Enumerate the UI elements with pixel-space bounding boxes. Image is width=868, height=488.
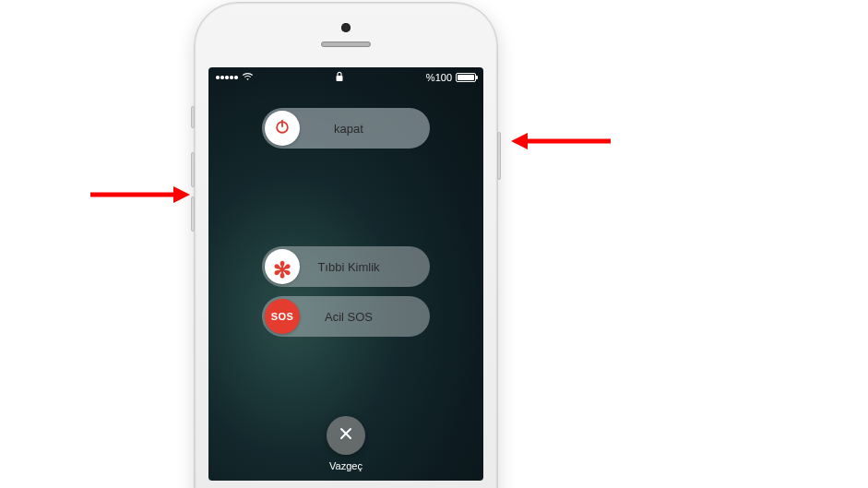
volume-up-button[interactable] <box>191 152 195 187</box>
lock-icon <box>335 73 344 84</box>
power-icon <box>274 118 291 138</box>
cancel-area: Vazgeç <box>208 416 483 471</box>
svg-marker-3 <box>173 186 190 203</box>
front-camera <box>341 23 351 32</box>
iphone-device-frame: %100 kapat ✻ Tıbbi Kimlik <box>194 2 498 488</box>
volume-down-button[interactable] <box>191 196 195 232</box>
svg-rect-4 <box>337 76 343 81</box>
slide-medical-id[interactable]: ✻ Tıbbi Kimlik <box>262 246 430 287</box>
screen: %100 kapat ✻ Tıbbi Kimlik <box>208 67 483 481</box>
status-bar: %100 <box>208 67 483 88</box>
power-off-knob[interactable] <box>265 111 300 146</box>
battery-percentage: %100 <box>426 72 452 83</box>
sos-label: Acil SOS <box>303 310 430 324</box>
battery-icon <box>456 73 476 82</box>
side-power-button[interactable] <box>497 132 501 180</box>
cellular-signal-icon <box>216 76 238 79</box>
arrow-to-volume-button <box>89 183 190 207</box>
cancel-label: Vazgeç <box>208 460 483 471</box>
arrow-to-power-button <box>511 129 612 153</box>
slide-to-power-off[interactable]: kapat <box>262 108 430 149</box>
slide-emergency-sos[interactable]: SOS Acil SOS <box>262 296 430 337</box>
earpiece-speaker <box>321 42 371 47</box>
medical-id-label: Tıbbi Kimlik <box>303 260 430 274</box>
medical-id-knob[interactable]: ✻ <box>265 249 300 284</box>
medical-asterisk-icon: ✻ <box>273 259 291 281</box>
svg-marker-1 <box>511 133 528 149</box>
wifi-icon <box>242 72 254 83</box>
mute-switch[interactable] <box>191 106 195 128</box>
close-icon <box>339 426 353 445</box>
power-off-label: kapat <box>303 122 430 136</box>
cancel-button[interactable] <box>327 416 365 455</box>
sos-knob[interactable]: SOS <box>265 299 300 334</box>
sos-text: SOS <box>271 311 294 322</box>
